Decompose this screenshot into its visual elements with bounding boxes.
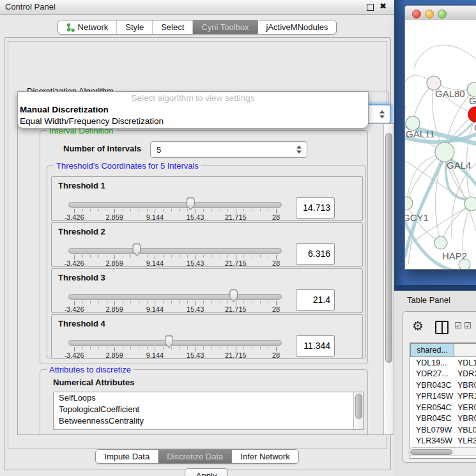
network-node-gal4[interactable] <box>435 142 454 162</box>
tick-label: 15.43 <box>187 259 204 267</box>
cell-name: YER0 <box>454 403 476 412</box>
tick-mark <box>203 301 204 303</box>
split-panel-icon[interactable] <box>435 321 449 334</box>
table-row[interactable]: YBL079WYBL0 <box>410 424 476 436</box>
slider-thumb[interactable] <box>229 289 239 302</box>
number-of-intervals-combobox[interactable]: 5 <box>150 141 307 158</box>
tick-mark <box>220 255 220 257</box>
network-view-window[interactable]: GAL80GCGAL11GAL4GCY1HHAP2 <box>404 5 476 270</box>
tick-label: 15.43 <box>187 351 204 359</box>
bottom-tab-impute-data[interactable]: Impute Data <box>96 450 158 463</box>
network-node-gcy1[interactable] <box>405 197 413 210</box>
float-window-icon[interactable] <box>367 4 374 11</box>
tick-mark <box>211 209 212 211</box>
tick-mark <box>187 255 188 257</box>
node-table-panel: ⚙ ☑ ☑ shared...na YDL19...YDL1YDR27...YD… <box>403 311 476 463</box>
attribute-item-topologicalcoefficient[interactable]: TopologicalCoefficient <box>54 404 363 415</box>
tick-label: 21.715 <box>225 351 247 359</box>
network-node-h[interactable] <box>464 197 476 211</box>
table-row[interactable]: YBR043CYBR0 <box>410 380 476 391</box>
network-canvas[interactable]: GAL80GCGAL11GAL4GCY1HHAP2 <box>405 20 476 269</box>
table-row[interactable]: YDR27...YDR2 <box>410 369 476 380</box>
settings-scrollbar-thumb[interactable] <box>385 133 392 363</box>
tick-mark <box>196 347 196 351</box>
minimize-traffic-light-icon[interactable] <box>425 10 434 19</box>
tick-label: -3.426 <box>64 213 84 221</box>
network-node-hap2[interactable] <box>434 236 447 249</box>
tick-label: 28 <box>272 305 280 313</box>
network-window-titlebar[interactable] <box>405 6 476 20</box>
attributes-scrollbar-thumb[interactable] <box>355 394 362 419</box>
tick-mark <box>243 209 244 211</box>
tick-label: -3.426 <box>64 259 84 267</box>
tick-mark <box>123 209 123 211</box>
checkbox-column-icon-2[interactable]: ☑ <box>464 321 472 330</box>
checkbox-column-icon[interactable]: ☑ <box>454 321 462 330</box>
network-node-c[interactable] <box>468 107 476 122</box>
table-row[interactable]: YPR145WYPR1 <box>410 391 476 403</box>
table-row[interactable]: YLR345WYLR3 <box>410 436 476 447</box>
table-row[interactable]: YER054CYER0 <box>410 402 476 413</box>
control-panel-titlebar[interactable]: Control Panel ✖ <box>0 0 394 15</box>
tick-mark <box>211 347 212 349</box>
tab-select[interactable]: Select <box>152 20 192 34</box>
control-panel-window: Control Panel ✖ NetworkStyleSelectCyni T… <box>0 0 395 476</box>
desktop-bottom-strip <box>394 285 476 291</box>
table-panel-title: Table Panel <box>407 295 450 305</box>
threshold-value-field[interactable]: 14.713 <box>296 197 335 219</box>
tick-mark <box>74 255 75 259</box>
apply-button[interactable]: Apply <box>185 468 228 476</box>
desktop-background: GAL80GCGAL11GAL4GCY1HHAP2 <box>394 0 476 291</box>
tab-cyni-toolbox[interactable]: Cyni Toolbox <box>192 20 257 34</box>
settings-scrollbar[interactable] <box>383 124 394 434</box>
tab-style[interactable]: Style <box>116 20 152 34</box>
tick-label: 2.859 <box>105 213 123 221</box>
numerical-attributes-heading: Numerical Attributes <box>53 378 134 387</box>
bottom-tab-discretize-data[interactable]: Discretize Data <box>158 450 231 463</box>
table-row[interactable]: YDL19...YDL1 <box>410 357 476 369</box>
tab-network[interactable]: Network <box>58 20 117 34</box>
slider-thumb[interactable] <box>164 335 174 348</box>
tick-mark <box>114 255 115 259</box>
algorithm-option-equal-width-frequency-discretization[interactable]: Equal Width/Frequency Discretization <box>18 116 368 127</box>
column-header-na[interactable]: na <box>454 343 476 357</box>
table-scrollbar-thumb[interactable] <box>410 449 452 455</box>
cell-shared-name: YPR145W <box>410 392 454 401</box>
column-header-shared-[interactable]: shared... <box>410 343 454 357</box>
attribute-item-betweennesscentrality[interactable]: BetweennessCentrality <box>54 415 363 427</box>
attributes-group-title: Attributes to discretize <box>47 365 134 374</box>
bottom-tab-infer-network[interactable]: Infer Network <box>231 450 298 463</box>
tick-mark <box>243 255 244 257</box>
bottom-tab-label: Impute Data <box>104 452 150 461</box>
zoom-traffic-light-icon[interactable] <box>438 10 447 19</box>
tick-mark <box>179 347 180 349</box>
table-horizontal-scrollbar[interactable] <box>408 447 476 456</box>
tab-jactivemnodules[interactable]: jActiveMNodules <box>257 20 337 34</box>
tick-mark <box>107 347 107 349</box>
threshold-value-field[interactable]: 21.4 <box>296 289 335 311</box>
numerical-attributes-list[interactable]: SelfLoopsTopologicalCoefficientBetweenne… <box>53 392 364 430</box>
thresholds-group-title: Threshold's Coordinates for 5 Intervals <box>54 161 201 171</box>
gear-icon[interactable]: ⚙ <box>412 318 424 334</box>
threshold-value-field[interactable]: 11.344 <box>296 335 335 357</box>
attribute-item-selfloops[interactable]: SelfLoops <box>54 392 363 404</box>
tick-mark <box>171 301 172 303</box>
tick-mark <box>276 347 277 351</box>
threshold-value-field[interactable]: 6.316 <box>296 243 335 265</box>
algorithm-option-manual-discretization[interactable]: Manual Discretization <box>18 104 368 116</box>
node-attribute-table[interactable]: shared...na YDL19...YDL1YDR27...YDR2YBR0… <box>410 342 476 459</box>
table-row[interactable]: YBR045CYBR0 <box>410 413 476 425</box>
attributes-scrollbar[interactable] <box>353 392 363 429</box>
tick-mark <box>123 255 123 257</box>
close-traffic-light-icon[interactable] <box>412 10 421 19</box>
tab-label: Network <box>78 22 109 32</box>
tick-mark <box>139 209 139 211</box>
close-icon[interactable]: ✖ <box>380 1 387 11</box>
network-node-g[interactable] <box>467 82 476 96</box>
slider-thumb[interactable] <box>132 243 142 256</box>
slider-thumb[interactable] <box>185 197 196 210</box>
tick-mark <box>107 209 107 211</box>
tick-mark <box>187 301 188 303</box>
cell-shared-name: YDR27... <box>410 369 454 378</box>
tick-mark <box>220 209 220 211</box>
